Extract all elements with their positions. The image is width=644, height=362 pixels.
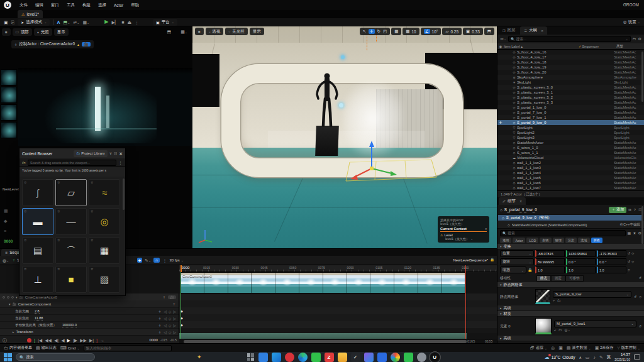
scale-snap-control[interactable]: ▱0.25 xyxy=(442,28,462,35)
settings-menu[interactable]: ⚙ 设置⌄ xyxy=(623,19,640,25)
asset-thumbnail[interactable]: ☆ ▦ xyxy=(89,237,120,264)
section-advanced[interactable]: ▸高级 xyxy=(497,305,644,311)
content-browser-window[interactable]: Content Browser 🗀 Project Library ∨ ⊡ ✕ … xyxy=(19,148,126,296)
asset-search-input[interactable] xyxy=(28,160,116,166)
outliner-row[interactable]: 👁 ◇ S_plastic_screen_3_1 StaticMeshAc xyxy=(497,90,644,95)
track-lane[interactable] xyxy=(179,300,497,307)
mobility-option[interactable]: 可移动 xyxy=(565,275,584,282)
browse-icon[interactable]: 🗀 xyxy=(557,299,561,303)
taskbar-search[interactable]: 🔍 搜索 xyxy=(16,353,95,361)
outliner-row[interactable]: 👁 ◇ S_floor_4_low_17 StaticMeshAc xyxy=(497,55,644,60)
outliner-row[interactable]: 👁 ▽ SpotLight SpotLight xyxy=(497,125,644,130)
source-control-icon[interactable]: ⎘ xyxy=(11,20,15,25)
prev-key-icon[interactable]: ◁ xyxy=(164,330,167,334)
camera-sprite-icon[interactable] xyxy=(339,103,343,107)
reset-icon[interactable]: ↺ xyxy=(639,325,641,328)
context-header[interactable]: Current Context ▾ xyxy=(440,227,487,232)
keyframe-icon[interactable]: ◇ xyxy=(639,295,641,299)
outliner-row[interactable]: 👁 ◇ wall_1_1_low5 StaticMeshAc xyxy=(497,175,644,180)
playhead-marker[interactable] xyxy=(180,265,182,272)
pilot-actor-pill[interactable]: ✛ 控制Actor : CineCameraActor0 ▲ 🎥 xyxy=(11,40,94,48)
outliner-row[interactable]: 👁 ☁ VolumetricCloud VolumetricClo xyxy=(497,155,644,160)
library-select[interactable]: 🗀 Project Library xyxy=(74,150,107,157)
outliner-row[interactable]: 👁 ◇ S_portal_7_low_0 StaticMeshAc xyxy=(497,110,644,115)
asset-thumbnail[interactable]: ☆ ▨ xyxy=(89,266,120,293)
move-tool-icon[interactable]: ✛ xyxy=(369,29,374,34)
location-z-field[interactable]: -179.35303 xyxy=(597,250,626,257)
outliner-row[interactable]: 👁 ◇ S_portal_7_low_1 StaticMeshAc xyxy=(497,115,644,120)
menu-item[interactable]: 构建 xyxy=(79,3,94,8)
timeline-scrollbar[interactable] xyxy=(184,340,467,343)
keyframe-icon[interactable]: ◇ xyxy=(631,260,634,263)
use-selected-icon[interactable]: ⤶ xyxy=(554,329,556,332)
trace-menu[interactable]: 🗗追踪⌄ xyxy=(530,345,547,351)
save-icon[interactable]: ▣ xyxy=(4,20,8,25)
outliner-row[interactable]: 👁 ◇ S_portal_9_low_0 StaticMeshAc xyxy=(497,120,644,125)
track-lane[interactable] xyxy=(179,293,497,300)
asset-thumbnail[interactable]: ☆ ʃ xyxy=(22,179,53,206)
outliner-row[interactable]: 👁 ◇ S_floor_4_low_20 StaticMeshAc xyxy=(497,70,644,75)
scale-dropdown[interactable]: 缩放⌄ xyxy=(500,266,526,273)
pedestal[interactable] xyxy=(315,126,339,156)
filter-chip[interactable]: Actor xyxy=(513,238,525,243)
dropdown-chevron-icon[interactable]: ∨ xyxy=(109,151,112,155)
menu-item[interactable]: 选择 xyxy=(95,3,109,8)
new-folder-icon[interactable]: 🗀 xyxy=(633,37,636,41)
console-input[interactable] xyxy=(84,345,172,351)
jump-end-icon[interactable]: ▶| xyxy=(89,338,94,343)
outliner-row[interactable]: 👁 ▽ SpotLight2 SpotLight xyxy=(497,130,644,135)
taskbar-app-icon[interactable]: Z xyxy=(325,353,334,362)
next-key-icon[interactable]: ▷ xyxy=(173,316,176,321)
revision-control-menu[interactable]: ⑂版本控制⌄ xyxy=(618,345,640,351)
next-key-icon[interactable]: ▷ xyxy=(173,323,176,327)
menu-item[interactable]: 工具 xyxy=(64,3,78,8)
taskbar-app-icon[interactable] xyxy=(417,353,426,362)
content-drawer-button[interactable]: 🗀内容侧滑菜单 xyxy=(4,345,32,351)
cinematics-icon[interactable]: ▦⌄ xyxy=(82,20,89,25)
grid-snap-control[interactable]: ▦10 xyxy=(402,28,419,35)
maximize-icon[interactable]: ⬒ xyxy=(167,30,171,34)
section-materials[interactable]: ▾材质 xyxy=(497,311,644,317)
blueprint-icon[interactable]: A xyxy=(57,20,60,25)
content-browser-scrollbar[interactable] xyxy=(123,178,125,210)
camera-component-track-row[interactable]: ▾🎥 CameraComponent ＋ xyxy=(0,300,179,307)
section-staticmesh[interactable]: ▾静态网格体 xyxy=(497,282,644,288)
weather-widget[interactable]: ☁ 13°C Cloudy xyxy=(545,354,575,360)
property-track-row[interactable]: 手动聚焦距离（聚焦设置） 100000.0 ＋ ◁ ◇ ▷ xyxy=(0,321,179,328)
lock-icon[interactable]: 🔒 xyxy=(528,268,534,272)
tab-layers[interactable]: ❒图层 xyxy=(499,26,519,35)
asset-thumbnail[interactable]: ☆ ⌒ xyxy=(55,237,87,264)
outliner-row[interactable]: 👁 ◇ wall_1_1_low7 StaticMeshAc xyxy=(497,185,644,190)
unsaved-button[interactable]: ▣2未保存 xyxy=(595,345,614,351)
level-tab[interactable]: ⚠ level1* xyxy=(18,10,43,18)
add-actor-icon[interactable]: ⬒⌄ xyxy=(64,20,70,25)
outliner-row[interactable]: 👁 ◇ StaticMeshActor StaticMeshAc xyxy=(497,140,644,145)
start-button[interactable] xyxy=(4,353,12,361)
main-viewport[interactable]: ≡ ⟓透视 ○无光照 显示 ↖ ✛ ↻ ◰ ▦ ▦10 ∠10° ▱0.25 ▣… xyxy=(192,26,497,248)
frame-icon[interactable]: ▣ xyxy=(558,346,563,350)
outliner-row[interactable]: 👁 ◇ S_plastic_screen_3_2 StaticMeshAc xyxy=(497,95,644,100)
play-icon[interactable]: ▶ xyxy=(104,19,108,25)
asset-thumbnail[interactable]: ☆ ■ xyxy=(55,266,87,293)
property-value[interactable]: 100000.0 xyxy=(62,323,77,327)
taskbar-app-icon[interactable] xyxy=(377,353,387,362)
details-search-input[interactable]: 🔍 xyxy=(500,230,626,236)
surface-snap-icon[interactable]: ▦ xyxy=(391,28,401,35)
notification-center-icon[interactable] xyxy=(634,354,640,359)
outliner-row[interactable]: 👁 ◇ S_plastic_screen_3_0 StaticMeshAc xyxy=(497,85,644,90)
camera-toggle-icon[interactable]: 🎥 xyxy=(82,42,91,47)
record-icon[interactable] xyxy=(27,338,31,343)
reset-icon[interactable]: ↺ xyxy=(628,252,630,255)
unlit-pill[interactable]: ○无光照 xyxy=(225,28,248,35)
taskbar-app-icon[interactable] xyxy=(285,353,294,362)
section-advanced-2[interactable]: ▸高级 xyxy=(497,336,644,341)
loop-bracket-open-icon[interactable]: [ xyxy=(34,338,35,343)
loop-mode-icon[interactable]: → xyxy=(100,338,104,343)
asset-thumbnail[interactable]: ☆ ▤ xyxy=(22,237,53,264)
rotation-y-field[interactable]: 0.0 ° xyxy=(566,258,596,265)
cmd-select[interactable]: ⌨Cmd⌄ xyxy=(60,346,80,350)
menu-item[interactable]: 文件 xyxy=(16,3,31,8)
outliner-row[interactable]: 👁 ◇ S_floor_4_low_18 StaticMeshAc xyxy=(497,60,644,65)
show-pill[interactable]: 显示 xyxy=(250,28,264,35)
track-lane[interactable]: ◆ xyxy=(179,321,497,328)
